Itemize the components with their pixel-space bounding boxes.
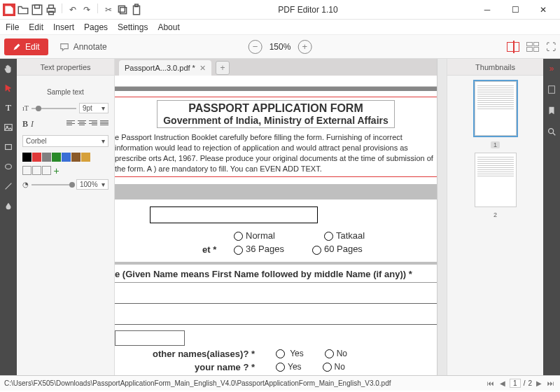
menu-settings[interactable]: Settings xyxy=(118,22,148,32)
radio-changed-no[interactable] xyxy=(323,363,332,372)
svg-rect-4 xyxy=(49,5,54,8)
zoom-control: − 150% + xyxy=(248,40,312,54)
open-icon[interactable] xyxy=(17,4,29,16)
first-page-icon[interactable]: ⏮ xyxy=(486,379,496,387)
thumbnail-2[interactable] xyxy=(475,153,517,207)
changed-name-label: your name ? * xyxy=(115,362,255,372)
surname-field[interactable] xyxy=(115,307,437,325)
menu-edit[interactable]: Edit xyxy=(29,22,43,32)
image-tool-icon[interactable] xyxy=(3,122,14,133)
edit-mode-button[interactable]: Edit xyxy=(4,38,48,55)
copy-icon[interactable] xyxy=(116,4,129,16)
text-tool-icon[interactable]: T xyxy=(3,102,14,113)
search-icon[interactable] xyxy=(546,126,557,137)
zoom-in-button[interactable]: + xyxy=(298,40,312,54)
pointer-tool-icon[interactable] xyxy=(3,83,14,94)
color-green[interactable] xyxy=(52,153,61,162)
booklet-label-frag: et * xyxy=(115,244,234,255)
page-current[interactable]: 1 xyxy=(510,379,521,388)
italic-button[interactable]: I xyxy=(31,119,34,130)
opacity-slider[interactable]: .opac-row .slider::after{left:90%} xyxy=(31,184,74,186)
annotate-mode-button[interactable]: Annotate xyxy=(52,38,114,55)
ruler xyxy=(115,76,437,87)
collapse-icon[interactable]: » xyxy=(546,63,557,74)
status-bar: C:\Users\FX505\Downloads\PassportApplica… xyxy=(0,375,560,391)
document-tab[interactable]: PassportA...3.0.pdf * ✕ xyxy=(119,60,211,76)
radio-alias-yes[interactable] xyxy=(276,349,285,358)
paste-icon[interactable] xyxy=(130,4,143,16)
color-black[interactable] xyxy=(22,153,31,162)
color-custom-1[interactable] xyxy=(22,166,31,175)
radio-changed-yes[interactable] xyxy=(276,363,285,372)
tab-add-button[interactable]: + xyxy=(216,61,230,75)
radio-36pages[interactable] xyxy=(234,246,243,255)
cut-icon[interactable]: ✂ xyxy=(102,4,115,16)
font-family-select[interactable]: Corbel▾ xyxy=(22,135,108,147)
rect-tool-icon[interactable] xyxy=(3,141,14,153)
fill-tool-icon[interactable] xyxy=(3,200,14,211)
undo-icon[interactable]: ↶ xyxy=(66,4,79,16)
print-icon[interactable] xyxy=(45,4,57,16)
color-ochre[interactable] xyxy=(81,153,90,162)
vertical-scrollbar[interactable] xyxy=(437,59,447,375)
last-page-icon[interactable]: ⏭ xyxy=(546,379,556,387)
color-add-icon[interactable]: + xyxy=(52,166,61,175)
text-input-box[interactable] xyxy=(150,206,318,223)
thumbnail-1[interactable] xyxy=(475,81,517,136)
tab-close-icon[interactable]: ✕ xyxy=(200,64,206,73)
redo-icon[interactable]: ↷ xyxy=(80,4,93,16)
align-center-icon[interactable] xyxy=(78,119,86,126)
next-page-icon[interactable]: ▶ xyxy=(535,379,543,387)
color-custom-2[interactable] xyxy=(32,166,41,175)
opacity-select[interactable]: 100%▾ xyxy=(76,179,108,190)
color-red[interactable] xyxy=(32,153,41,162)
thumb-1-num: 1 xyxy=(491,141,500,148)
menu-insert[interactable]: Insert xyxy=(53,22,74,32)
minimize-button[interactable]: ─ xyxy=(473,0,501,20)
close-button[interactable]: ✕ xyxy=(529,0,557,20)
fullscreen-icon[interactable]: ⛶ xyxy=(546,41,556,52)
page-canvas[interactable]: PASSPORT APPLICATION FORM Government of … xyxy=(115,87,437,375)
doc-heading-1: PASSPORT APPLICATION FORM xyxy=(163,102,388,115)
color-grey[interactable] xyxy=(42,153,51,162)
line-tool-icon[interactable] xyxy=(3,181,14,192)
align-left-icon[interactable] xyxy=(66,119,75,126)
font-size-select[interactable]: 9pt▾ xyxy=(79,103,108,113)
radio-tatkaal[interactable] xyxy=(324,232,333,241)
align-justify-icon[interactable] xyxy=(100,119,108,126)
pencil-icon xyxy=(13,43,21,51)
bookmark-icon[interactable] xyxy=(546,105,557,116)
view-grid-icon[interactable] xyxy=(526,42,539,52)
save-icon[interactable] xyxy=(31,4,43,16)
thumbnails-icon[interactable] xyxy=(546,84,557,95)
menu-pages[interactable]: Pages xyxy=(84,22,108,32)
prev-page-icon[interactable]: ◀ xyxy=(498,379,507,387)
color-custom-3[interactable] xyxy=(42,166,51,175)
radio-60pages[interactable] xyxy=(312,246,321,255)
font-size-slider[interactable] xyxy=(31,108,76,109)
service-type-row: Normal Tatkaal xyxy=(115,227,437,244)
radio-alias-no[interactable] xyxy=(325,349,334,358)
color-brown[interactable] xyxy=(71,153,80,162)
small-box[interactable] xyxy=(115,330,185,346)
zoom-out-button[interactable]: − xyxy=(248,40,262,54)
menu-file[interactable]: File xyxy=(6,22,19,32)
color-blue[interactable] xyxy=(62,153,71,162)
given-name-field[interactable] xyxy=(115,286,437,304)
svg-rect-15 xyxy=(549,86,555,94)
zoom-value[interactable]: 150% xyxy=(270,42,291,52)
menu-about[interactable]: About xyxy=(158,22,179,32)
align-right-icon[interactable] xyxy=(89,119,97,126)
svg-rect-10 xyxy=(5,125,13,131)
page-1: PASSPORT APPLICATION FORM Government of … xyxy=(115,91,437,375)
ellipse-tool-icon[interactable] xyxy=(3,161,14,172)
maximize-button[interactable]: ☐ xyxy=(501,0,529,20)
view-single-icon[interactable] xyxy=(507,42,519,52)
hand-tool-icon[interactable] xyxy=(3,63,14,74)
bold-button[interactable]: B xyxy=(22,119,28,130)
radio-normal[interactable] xyxy=(234,232,243,241)
doc-intro-para: e Passport Instruction Booklet carefully… xyxy=(115,128,437,176)
main-area: T Text properties Sample text ıT 9pt▾ B … xyxy=(0,59,560,375)
svg-rect-2 xyxy=(35,5,40,8)
title-bar: ↶ ↷ ✂ PDF Editor 1.10 ─ ☐ ✕ xyxy=(0,0,560,20)
